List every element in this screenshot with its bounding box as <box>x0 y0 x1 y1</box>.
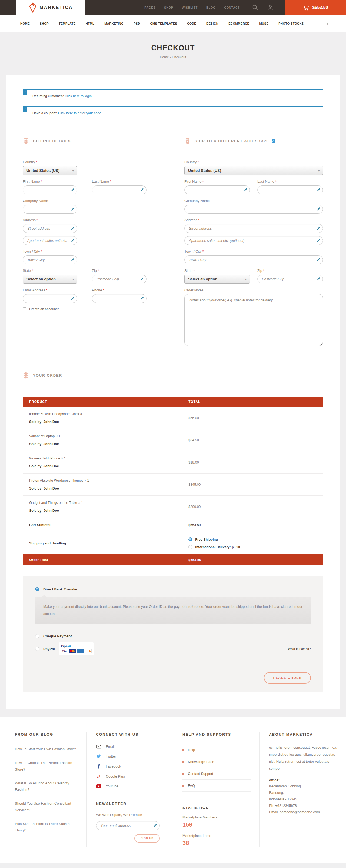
shipping-street-input[interactable] <box>184 224 323 233</box>
billing-phone-input[interactable] <box>92 294 146 303</box>
top-nav-contact[interactable]: CONTACT <box>224 6 240 9</box>
help-link[interactable]: Help <box>182 744 251 756</box>
blog-post-link[interactable]: How To Start Your Own Fashion Store? <box>15 742 78 756</box>
place-order-button[interactable]: PLACE ORDER <box>264 672 311 684</box>
radio-selected[interactable] <box>188 537 193 541</box>
subnav-shop[interactable]: SHOP <box>40 22 49 25</box>
logo[interactable]: MARKETICA <box>16 0 85 15</box>
double-chevron-down-icon[interactable]: » <box>326 23 330 24</box>
subnav-photo-stocks[interactable]: PHOTO STOCKS <box>278 22 304 25</box>
breadcrumb-home[interactable]: Home <box>160 55 169 59</box>
subnav-marketing[interactable]: MARKETING <box>104 22 124 25</box>
product-name[interactable]: Gadget and Things on the Table × 1 <box>29 501 175 505</box>
radio-unselected[interactable] <box>188 545 193 549</box>
top-nav-shop[interactable]: SHOP <box>164 6 173 9</box>
autofill-icon <box>316 207 320 211</box>
radio-selected[interactable] <box>35 587 39 591</box>
top-nav-blog[interactable]: BLOG <box>206 6 215 9</box>
shipping-option-international[interactable]: International Delivery: $5.90 <box>188 545 240 549</box>
billing-street-input[interactable] <box>23 224 77 233</box>
subnav-psd[interactable]: PSD <box>134 22 140 25</box>
help-link[interactable]: Knowladge Base <box>182 756 251 768</box>
paypal-cards-image[interactable]: PayPal VISA <box>59 643 94 655</box>
signup-button[interactable]: SIGN UP <box>134 834 160 842</box>
user-icon[interactable] <box>267 5 273 10</box>
shipping-option-free[interactable]: Free Shipping <box>188 537 218 541</box>
square-bullet-icon <box>182 761 184 763</box>
coupon-notice: i Have a coupon? Click here to enter you… <box>23 106 323 120</box>
form-section-headings: BILLING DETAILS SHIP TO A DIFFERENT ADDR… <box>23 123 323 152</box>
login-link[interactable]: Click here to login <box>65 94 92 98</box>
radio-unselected[interactable] <box>35 647 39 651</box>
billing-company-input[interactable] <box>23 205 77 214</box>
social-link-twitter[interactable]: Twitter <box>96 754 165 758</box>
social-link-youtube[interactable]: Youtube <box>96 784 165 788</box>
top-nav-wishlist[interactable]: WISHLIST <box>182 6 198 9</box>
product-name[interactable]: Proton Absolute Wordpress Themes × 1 <box>29 479 175 483</box>
bank-transfer-description: Make your payment directly into our bank… <box>35 597 311 624</box>
billing-apartment-input[interactable] <box>23 236 77 245</box>
billing-first-name-input[interactable] <box>23 185 77 194</box>
help-link[interactable]: Contact Support <box>182 768 251 780</box>
autofill-icon <box>71 207 75 211</box>
product-name[interactable]: Women Hold iPhone × 1 <box>29 457 175 460</box>
address-label: Address* <box>184 218 323 222</box>
blog-post-link[interactable]: Plus Size Fashion: Is There Such a Thing… <box>15 817 78 837</box>
shipping-apartment-input[interactable] <box>184 236 323 245</box>
social-link-email[interactable]: Email <box>96 745 165 749</box>
office-line: Indonesia - 12345 <box>269 796 338 803</box>
newsletter-email-input[interactable] <box>96 821 160 830</box>
shipping-first-name-input[interactable] <box>184 185 250 194</box>
footer-blog-column: FROM OUR BLOG How To Start Your Own Fash… <box>0 732 86 847</box>
subnav-ecommerce[interactable]: ECOMMERCE <box>229 22 249 25</box>
product-name[interactable]: iPhone 5s with Headphones Jack × 1 <box>29 412 175 416</box>
blog-post-link[interactable]: What is So Alluring About Celebrity Fash… <box>15 776 78 797</box>
email-label: Email Address* <box>23 288 77 292</box>
social-link-google-plus[interactable]: g+ Google Plus <box>96 774 165 778</box>
ship-different-checkbox[interactable]: ✓ <box>272 139 275 143</box>
subnav-template[interactable]: TEMPLATE <box>59 22 75 25</box>
payment-method-cheque[interactable]: Cheque Payment <box>35 632 311 640</box>
search-icon[interactable] <box>252 5 258 10</box>
billing-zip-input[interactable] <box>92 275 146 283</box>
top-nav-pages[interactable]: PAGES <box>144 6 155 9</box>
what-is-paypal-link[interactable]: What is PayPal? <box>288 647 311 650</box>
subnav-design[interactable]: DESIGN <box>206 22 218 25</box>
shipping-state-select[interactable]: Select an option... ▾ <box>184 275 250 284</box>
blog-post-link[interactable]: Should You Use Fashion Consultant Servic… <box>15 797 78 817</box>
billing-email-input[interactable] <box>23 294 77 303</box>
shipping-town-input[interactable] <box>184 255 323 264</box>
cart-button[interactable]: $653.50 <box>285 0 346 15</box>
help-link[interactable]: FAQ <box>182 780 251 792</box>
product-name[interactable]: Variant of Laptop × 1 <box>29 434 175 438</box>
social-link-facebook[interactable]: Facebook <box>96 764 165 769</box>
subnav-muse[interactable]: MUSE <box>259 22 269 25</box>
subnav-code[interactable]: CODE <box>187 22 196 25</box>
shipping-last-name-input[interactable] <box>257 185 323 194</box>
order-row: Women Hold iPhone × 1Sold by: John Doe $… <box>23 451 323 473</box>
shipping-company-input[interactable] <box>184 205 323 214</box>
payment-method-paypal[interactable]: PayPal PayPal VISA What is PayPal? <box>35 640 311 657</box>
coupon-link[interactable]: Click here to enter your code <box>58 111 101 115</box>
required-asterisk: * <box>32 269 33 273</box>
create-account-checkbox[interactable] <box>23 307 27 311</box>
order-notes-label: Order Notes <box>184 288 323 292</box>
country-label: Country* <box>23 160 77 164</box>
billing-state-select[interactable]: Select an option... ▾ <box>23 275 77 284</box>
autofill-icon <box>71 188 75 192</box>
subnav-html[interactable]: HTML <box>86 22 95 25</box>
subnav-cms-templates[interactable]: CMS TEMPLATES <box>150 22 177 25</box>
info-icon: i <box>23 90 27 95</box>
subnav-home[interactable]: HOME <box>20 22 30 25</box>
shipping-zip-input[interactable] <box>257 275 323 283</box>
radio-unselected[interactable] <box>35 634 39 638</box>
billing-town-input[interactable] <box>23 255 77 264</box>
order-row: Proton Absolute Wordpress Themes × 1Sold… <box>23 473 323 496</box>
billing-country-select[interactable]: United States (US) ▾ <box>23 166 77 175</box>
shipping-country-select[interactable]: United States (US) ▾ <box>184 166 323 175</box>
blog-post-link[interactable]: How To Choose The Perfect Fashion Store? <box>15 756 78 776</box>
required-asterisk: * <box>36 160 37 164</box>
payment-method-bank[interactable]: Direct Bank Transfer <box>35 585 311 593</box>
order-notes-textarea[interactable] <box>184 294 323 346</box>
billing-last-name-input[interactable] <box>92 185 146 194</box>
